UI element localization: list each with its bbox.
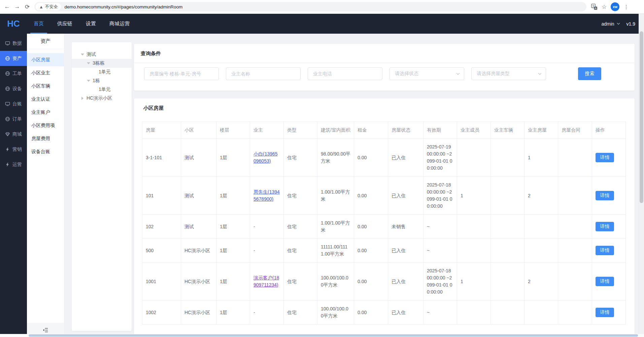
cell-contract [558,215,592,239]
detail-button[interactable]: 详情 [596,153,614,162]
tree-node[interactable]: HC演示小区 [72,94,132,103]
caret-expanded-icon[interactable] [80,54,85,56]
column-header: 楼层 [216,122,250,139]
submenu-item[interactable]: 小区费用项 [27,119,64,132]
cell-members [457,139,491,177]
cell-vehicles [491,177,524,215]
nav-item[interactable]: 首页 [27,14,50,34]
cell-community: 测试 [181,215,216,239]
security-label: 不安全 [45,4,58,10]
submenu-item[interactable]: 小区房屋 [27,53,64,66]
forward-icon[interactable]: → [12,2,22,12]
cell-contract [558,301,592,325]
cell-validity: 2025-07-18 00:00:00 ~2099-01-01 00:00:00 [423,263,457,301]
bolt-icon [5,147,10,152]
column-header: 业主成员 [457,122,491,139]
caret-expanded-icon[interactable] [86,80,91,82]
sidebar-item[interactable]: 设备 [0,81,27,96]
owner-link[interactable]: 演示客户(18909711234) [253,275,279,288]
nav-item[interactable]: 商城运营 [103,14,136,34]
owner-phone-input[interactable] [308,67,382,80]
owner-link[interactable]: 小白(13965096053) [253,151,278,164]
cell-owner: - [250,239,284,263]
refresh-icon[interactable]: ⟳ [22,2,32,12]
cell-house: 102 [142,215,181,239]
horizontal-scrollbar-thumb[interactable] [29,334,638,337]
cell-action: 详情 [592,215,626,239]
sidebar-item[interactable]: 台账 [0,96,27,111]
cell-validity: ~ [423,215,457,239]
room-type-select[interactable]: 请选择房屋类型 [471,67,546,80]
horizontal-scrollbar[interactable] [0,334,644,337]
main-layout: 数据资产工单设备台账订单商城营销运营 资产 小区房屋小区业主小区车辆业主认证业主… [0,34,644,337]
cell-house: 500 [142,239,181,263]
back-icon[interactable]: ← [2,2,12,12]
submenu-item[interactable]: 小区业主 [27,66,64,79]
cell-contract [558,239,592,263]
submenu-item[interactable]: 房屋费用 [27,132,64,145]
collapse-sidebar-icon[interactable] [43,328,48,333]
app-logo[interactable]: HC [0,14,27,34]
browser-avatar[interactable]: xw [611,2,619,11]
cell-area: 100.00/100.00平方米 [317,301,354,325]
search-button[interactable]: 搜索 [578,67,601,80]
submenu-item[interactable]: 小区车辆 [27,79,64,93]
sidebar-item[interactable]: 工单 [0,66,27,81]
detail-button[interactable]: 详情 [596,308,614,317]
cell-floor: 1层 [216,263,250,301]
detail-button[interactable]: 详情 [596,222,614,231]
submenu-item[interactable]: 设备台账 [27,145,64,158]
caret-collapsed-icon[interactable] [80,97,85,100]
url-text: demo.homecommunity.cn/#/pages/community/… [64,4,182,9]
submenu-item[interactable]: 业主账户 [27,106,64,119]
cell-action: 详情 [592,263,626,301]
cell-validity: 2025-07-19 00:00:00 ~2099-01-01 00:00:00 [423,139,457,177]
room-table-title: 小区房屋 [134,105,635,122]
browser-menu-icon[interactable]: ⋮ [623,4,629,10]
sidebar-item[interactable]: 资产 [0,51,27,66]
bolt-icon [5,162,10,167]
sidebar-item[interactable]: 营销 [0,142,27,157]
cell-members: 1 [457,177,491,215]
cell-members [457,301,491,325]
room-number-input[interactable] [144,67,219,80]
nav-item[interactable]: 供应链 [50,14,79,34]
column-header: 有效期 [423,122,457,139]
vertical-scrollbar[interactable] [639,14,644,334]
tree-node[interactable]: 1单元 [72,68,132,76]
submenu-items: 小区房屋小区业主小区车辆业主认证业主账户小区费用项房屋费用设备台账 [27,49,64,158]
tree-node[interactable]: 1栋 [72,76,132,85]
sidebar-item[interactable]: 订单 [0,111,27,127]
sidebar-item[interactable]: 数据 [0,36,27,51]
sidebar-item[interactable]: 商城 [0,127,27,142]
submenu-item[interactable]: 业主认证 [27,93,64,106]
cell-rent: 0.00 [354,215,388,239]
table-row: 500HC演示小区1层-住宅11111.00/1111.00平方米0.00已入住… [142,239,626,263]
url-bar[interactable]: ▲ 不安全 demo.homecommunity.cn/#/pages/comm… [34,2,586,11]
tree-node[interactable]: 1单元 [72,85,132,94]
tree-node[interactable]: 3栋栋 [72,59,132,68]
owner-link[interactable]: 周先生(13945678900) [253,189,280,202]
sidebar-item-label: 商城 [12,131,22,137]
cell-contract [558,263,592,301]
sidebar-item[interactable]: 运营 [0,157,27,172]
tree-node[interactable]: 测试 [72,50,132,59]
nav-item[interactable]: 设置 [79,14,103,34]
cell-community: HC演示小区 [181,263,216,301]
translate-icon[interactable]: 文A [591,4,598,10]
detail-button[interactable]: 详情 [596,246,614,255]
cell-vehicles [491,139,524,177]
owner-name-input[interactable] [226,67,301,80]
cell-community: HC演示小区 [181,239,216,263]
bookmark-star-icon[interactable]: ☆ [602,3,607,10]
cell-floor: 1层 [216,239,250,263]
status-select[interactable]: 请选择状态 [389,67,464,80]
detail-button[interactable]: 详情 [596,191,614,200]
cell-rent: 0.00 [354,263,388,301]
caret-expanded-icon[interactable] [86,62,91,64]
detail-button[interactable]: 详情 [596,277,614,286]
security-chip[interactable]: ▲ 不安全 [36,3,61,10]
vertical-scrollbar-thumb[interactable] [640,31,643,203]
user-menu[interactable]: admin [601,21,614,27]
cell-type: 住宅 [284,215,317,239]
